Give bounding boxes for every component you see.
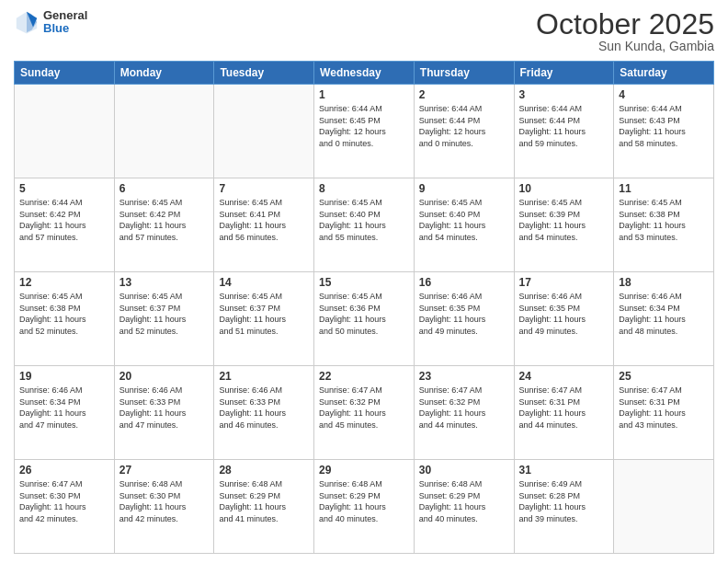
calendar-cell: 6Sunrise: 6:45 AMSunset: 6:42 PMDaylight…: [114, 178, 214, 272]
day-info: Sunrise: 6:44 AMSunset: 6:43 PMDaylight:…: [619, 103, 709, 149]
calendar-cell: 29Sunrise: 6:48 AMSunset: 6:29 PMDayligh…: [314, 460, 415, 554]
page: General Blue October 2025 Sun Kunda, Gam…: [0, 0, 728, 563]
title-section: October 2025 Sun Kunda, Gambia: [536, 9, 714, 53]
day-info: Sunrise: 6:45 AMSunset: 6:38 PMDaylight:…: [19, 291, 109, 337]
calendar-cell: 7Sunrise: 6:45 AMSunset: 6:41 PMDaylight…: [214, 178, 314, 272]
day-number: 12: [19, 276, 109, 289]
day-number: 29: [319, 464, 409, 477]
day-number: 18: [619, 276, 709, 289]
calendar-week-row: 12Sunrise: 6:45 AMSunset: 6:38 PMDayligh…: [15, 272, 714, 366]
day-number: 30: [419, 464, 509, 477]
calendar-cell: 2Sunrise: 6:44 AMSunset: 6:44 PMDaylight…: [414, 85, 514, 178]
calendar-cell: 14Sunrise: 6:45 AMSunset: 6:37 PMDayligh…: [214, 272, 314, 366]
calendar-cell: 4Sunrise: 6:44 AMSunset: 6:43 PMDaylight…: [614, 85, 714, 178]
day-info: Sunrise: 6:45 AMSunset: 6:42 PMDaylight:…: [119, 197, 210, 243]
day-of-week-header: Friday: [514, 62, 614, 85]
day-number: 10: [519, 182, 609, 195]
day-number: 2: [419, 88, 509, 101]
day-of-week-header: Tuesday: [214, 62, 314, 85]
calendar-cell: 5Sunrise: 6:44 AMSunset: 6:42 PMDaylight…: [15, 178, 115, 272]
day-number: 16: [419, 276, 509, 289]
day-info: Sunrise: 6:47 AMSunset: 6:31 PMDaylight:…: [519, 385, 609, 431]
calendar-cell: 27Sunrise: 6:48 AMSunset: 6:30 PMDayligh…: [114, 460, 214, 554]
day-number: 25: [619, 370, 709, 383]
day-info: Sunrise: 6:48 AMSunset: 6:29 PMDaylight:…: [219, 478, 309, 524]
day-info: Sunrise: 6:45 AMSunset: 6:40 PMDaylight:…: [419, 197, 509, 243]
calendar-cell: 1Sunrise: 6:44 AMSunset: 6:45 PMDaylight…: [314, 85, 415, 178]
day-number: 11: [619, 182, 709, 195]
day-number: 27: [119, 464, 210, 477]
calendar-cell: 24Sunrise: 6:47 AMSunset: 6:31 PMDayligh…: [514, 366, 614, 460]
day-number: 17: [519, 276, 609, 289]
day-info: Sunrise: 6:44 AMSunset: 6:45 PMDaylight:…: [319, 103, 409, 149]
calendar-week-row: 19Sunrise: 6:46 AMSunset: 6:34 PMDayligh…: [15, 366, 714, 460]
day-number: 26: [19, 464, 109, 477]
day-info: Sunrise: 6:47 AMSunset: 6:31 PMDaylight:…: [619, 385, 709, 431]
calendar-cell: 23Sunrise: 6:47 AMSunset: 6:32 PMDayligh…: [414, 366, 514, 460]
day-info: Sunrise: 6:46 AMSunset: 6:35 PMDaylight:…: [519, 291, 609, 337]
calendar-week-row: 1Sunrise: 6:44 AMSunset: 6:45 PMDaylight…: [15, 85, 714, 178]
calendar-cell: [114, 85, 214, 178]
day-info: Sunrise: 6:45 AMSunset: 6:37 PMDaylight:…: [219, 291, 309, 337]
calendar-week-row: 26Sunrise: 6:47 AMSunset: 6:30 PMDayligh…: [15, 460, 714, 554]
day-info: Sunrise: 6:47 AMSunset: 6:32 PMDaylight:…: [319, 385, 409, 431]
calendar-cell: [614, 460, 714, 554]
day-info: Sunrise: 6:46 AMSunset: 6:33 PMDaylight:…: [119, 385, 210, 431]
day-info: Sunrise: 6:47 AMSunset: 6:32 PMDaylight:…: [419, 385, 509, 431]
logo-text: General Blue: [43, 9, 87, 36]
calendar-header-row: SundayMondayTuesdayWednesdayThursdayFrid…: [15, 62, 714, 85]
day-info: Sunrise: 6:47 AMSunset: 6:30 PMDaylight:…: [19, 478, 109, 524]
day-info: Sunrise: 6:48 AMSunset: 6:29 PMDaylight:…: [419, 478, 509, 524]
day-number: 13: [119, 276, 210, 289]
day-number: 1: [319, 88, 409, 101]
day-info: Sunrise: 6:44 AMSunset: 6:44 PMDaylight:…: [419, 103, 509, 149]
day-number: 15: [319, 276, 409, 289]
day-number: 31: [519, 464, 609, 477]
calendar-cell: 8Sunrise: 6:45 AMSunset: 6:40 PMDaylight…: [314, 178, 415, 272]
day-number: 5: [19, 182, 109, 195]
day-info: Sunrise: 6:46 AMSunset: 6:33 PMDaylight:…: [219, 385, 309, 431]
calendar-cell: 9Sunrise: 6:45 AMSunset: 6:40 PMDaylight…: [414, 178, 514, 272]
day-info: Sunrise: 6:46 AMSunset: 6:34 PMDaylight:…: [19, 385, 109, 431]
calendar-cell: 22Sunrise: 6:47 AMSunset: 6:32 PMDayligh…: [314, 366, 415, 460]
calendar-cell: 21Sunrise: 6:46 AMSunset: 6:33 PMDayligh…: [214, 366, 314, 460]
calendar-cell: [214, 85, 314, 178]
day-number: 20: [119, 370, 210, 383]
day-info: Sunrise: 6:48 AMSunset: 6:30 PMDaylight:…: [119, 478, 210, 524]
day-info: Sunrise: 6:46 AMSunset: 6:34 PMDaylight:…: [619, 291, 709, 337]
calendar-cell: 26Sunrise: 6:47 AMSunset: 6:30 PMDayligh…: [15, 460, 115, 554]
header: General Blue October 2025 Sun Kunda, Gam…: [14, 9, 714, 53]
month-title: October 2025: [536, 9, 714, 39]
calendar-cell: 13Sunrise: 6:45 AMSunset: 6:37 PMDayligh…: [114, 272, 214, 366]
day-info: Sunrise: 6:49 AMSunset: 6:28 PMDaylight:…: [519, 478, 609, 524]
day-number: 19: [19, 370, 109, 383]
calendar-cell: 28Sunrise: 6:48 AMSunset: 6:29 PMDayligh…: [214, 460, 314, 554]
logo-general: General: [43, 9, 87, 22]
day-number: 14: [219, 276, 309, 289]
day-number: 28: [219, 464, 309, 477]
logo-icon: [14, 9, 40, 35]
day-number: 6: [119, 182, 210, 195]
day-of-week-header: Wednesday: [314, 62, 415, 85]
calendar-cell: 18Sunrise: 6:46 AMSunset: 6:34 PMDayligh…: [614, 272, 714, 366]
day-number: 8: [319, 182, 409, 195]
calendar-cell: 10Sunrise: 6:45 AMSunset: 6:39 PMDayligh…: [514, 178, 614, 272]
day-info: Sunrise: 6:45 AMSunset: 6:40 PMDaylight:…: [319, 197, 409, 243]
day-of-week-header: Monday: [114, 62, 214, 85]
calendar-cell: [15, 85, 115, 178]
day-info: Sunrise: 6:45 AMSunset: 6:41 PMDaylight:…: [219, 197, 309, 243]
day-number: 24: [519, 370, 609, 383]
day-info: Sunrise: 6:48 AMSunset: 6:29 PMDaylight:…: [319, 478, 409, 524]
day-info: Sunrise: 6:46 AMSunset: 6:35 PMDaylight:…: [419, 291, 509, 337]
calendar-cell: 30Sunrise: 6:48 AMSunset: 6:29 PMDayligh…: [414, 460, 514, 554]
day-of-week-header: Thursday: [414, 62, 514, 85]
calendar-cell: 3Sunrise: 6:44 AMSunset: 6:44 PMDaylight…: [514, 85, 614, 178]
day-info: Sunrise: 6:44 AMSunset: 6:44 PMDaylight:…: [519, 103, 609, 149]
day-number: 22: [319, 370, 409, 383]
logo-blue: Blue: [43, 22, 87, 35]
location-subtitle: Sun Kunda, Gambia: [536, 39, 714, 53]
logo: General Blue: [14, 9, 87, 36]
day-info: Sunrise: 6:45 AMSunset: 6:38 PMDaylight:…: [619, 197, 709, 243]
calendar-cell: 20Sunrise: 6:46 AMSunset: 6:33 PMDayligh…: [114, 366, 214, 460]
calendar-cell: 15Sunrise: 6:45 AMSunset: 6:36 PMDayligh…: [314, 272, 415, 366]
